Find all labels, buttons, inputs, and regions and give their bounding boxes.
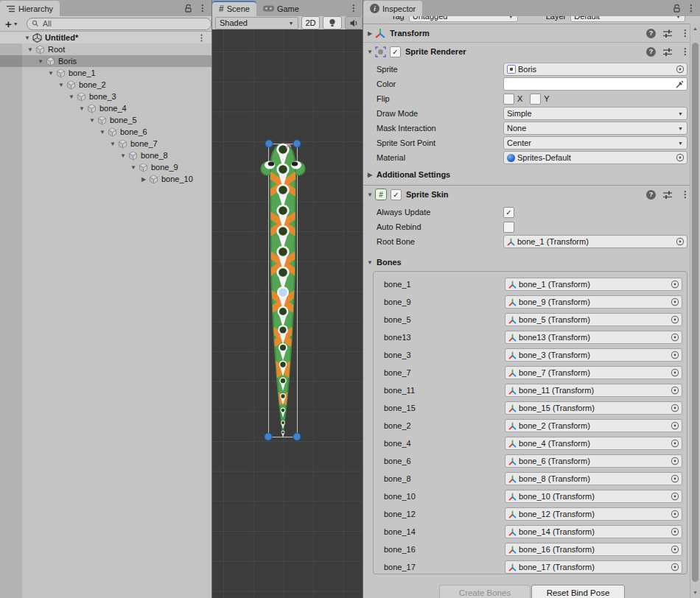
foldout-expanded-icon[interactable]: ▼	[35, 58, 46, 65]
presets-icon[interactable]	[662, 190, 673, 200]
hierarchy-item-bone_3[interactable]: ▼bone_3	[0, 91, 211, 102]
hierarchy-item-bone_1[interactable]: ▼bone_1	[0, 67, 211, 79]
boris-sprite[interactable]	[212, 29, 363, 598]
sprite-skin-header[interactable]: ▼ # ✓ Sprite Skin ? ⋮	[363, 185, 700, 203]
component-enabled-checkbox[interactable]: ✓	[390, 46, 401, 57]
inspector-scrollbar[interactable]: ▲ ▼	[690, 24, 700, 598]
sprite-object-field[interactable]: Boris	[503, 63, 687, 76]
hierarchy-item-bone_8[interactable]: ▼bone_8	[0, 150, 211, 161]
bone-object-field[interactable]: bone_8 (Transform)	[505, 472, 682, 485]
hierarchy-item-bone_2[interactable]: ▼bone_2	[0, 79, 211, 91]
foldout-collapsed-icon[interactable]: ▶	[365, 30, 375, 37]
mask-interaction-dropdown[interactable]: None ▼	[503, 122, 687, 135]
hierarchy-search-input[interactable]: All	[27, 18, 211, 30]
foldout-expanded-icon[interactable]: ▼	[118, 152, 128, 159]
draw-mode-dropdown[interactable]: Simple ▼	[503, 107, 687, 120]
object-picker-icon[interactable]	[671, 492, 679, 501]
tag-dropdown[interactable]: Untagged ▼	[409, 16, 518, 22]
hierarchy-item-root[interactable]: ▼Root	[0, 43, 211, 55]
lock-icon[interactable]	[673, 4, 681, 13]
foldout-collapsed-icon[interactable]: ▶	[139, 176, 149, 183]
object-picker-icon[interactable]	[671, 457, 679, 465]
eyedropper-icon[interactable]	[675, 80, 685, 89]
object-picker-icon[interactable]	[671, 280, 679, 289]
object-picker-icon[interactable]	[671, 421, 679, 430]
object-picker-icon[interactable]	[671, 386, 679, 395]
toggle-2d-button[interactable]: 2D	[301, 16, 321, 29]
object-picker-icon[interactable]	[671, 333, 679, 342]
bone-object-field[interactable]: bone_6 (Transform)	[505, 454, 682, 468]
scene-audio-button[interactable]	[345, 16, 363, 29]
flip-y-checkbox[interactable]	[530, 94, 541, 105]
object-picker-icon[interactable]	[676, 65, 685, 74]
bone-object-field[interactable]: bone_14 (Transform)	[505, 525, 682, 538]
bone-object-field[interactable]: bone_17 (Transform)	[505, 560, 682, 574]
auto-rebind-checkbox[interactable]	[503, 222, 514, 233]
component-enabled-checkbox[interactable]: ✓	[391, 189, 402, 200]
scrollbar-thumb[interactable]	[692, 43, 699, 582]
help-icon[interactable]: ?	[646, 47, 656, 57]
hierarchy-menu-icon[interactable]: ⋮	[197, 4, 209, 13]
foldout-expanded-icon[interactable]: ▼	[66, 94, 77, 100]
foldout-expanded-icon[interactable]: ▼	[87, 117, 97, 124]
foldout-expanded-icon[interactable]: ▼	[25, 46, 35, 53]
bone-object-field[interactable]: bone_7 (Transform)	[505, 366, 682, 379]
bone-object-field[interactable]: bone_15 (Transform)	[505, 401, 682, 415]
bone-object-field[interactable]: bone_5 (Transform)	[505, 313, 682, 326]
scroll-down-icon[interactable]: ▼	[690, 588, 700, 597]
hierarchy-item-scene[interactable]: ▼ Untitled* ⋮	[0, 32, 211, 43]
bone-object-field[interactable]: bone13 (Transform)	[505, 331, 682, 344]
root-bone-object-field[interactable]: bone_1 (Transform)	[503, 235, 687, 248]
object-picker-icon[interactable]	[671, 315, 679, 324]
scene-viewport[interactable]	[212, 29, 363, 598]
hierarchy-item-bone_9[interactable]: ▼bone_9	[0, 161, 211, 173]
scene-menu-icon[interactable]: ⋮	[196, 34, 207, 42]
object-picker-icon[interactable]	[671, 545, 679, 554]
object-picker-icon[interactable]	[671, 563, 679, 571]
foldout-expanded-icon[interactable]: ▼	[365, 191, 375, 198]
foldout-expanded-icon[interactable]: ▼	[46, 70, 56, 77]
bone-object-field[interactable]: bone_9 (Transform)	[505, 295, 682, 309]
bone-object-field[interactable]: bone_12 (Transform)	[505, 507, 682, 521]
scene-lighting-button[interactable]	[323, 16, 342, 29]
reset-bind-pose-button[interactable]: Reset Bind Pose	[531, 585, 625, 598]
foldout-expanded-icon[interactable]: ▼	[97, 129, 108, 136]
presets-icon[interactable]	[662, 29, 673, 38]
color-field[interactable]	[503, 77, 687, 91]
object-picker-icon[interactable]	[671, 351, 679, 359]
layer-dropdown[interactable]: Default ▼	[570, 16, 685, 22]
shading-mode-dropdown[interactable]: Shaded ▼	[215, 17, 298, 29]
tab-hierarchy[interactable]: Hierarchy	[0, 1, 60, 16]
tab-scene[interactable]: # Scene	[212, 1, 256, 16]
foldout-expanded-icon[interactable]: ▼	[108, 141, 118, 147]
hierarchy-item-boris[interactable]: ▼Boris	[0, 55, 211, 67]
bone-object-field[interactable]: bone_11 (Transform)	[505, 384, 682, 397]
help-icon[interactable]: ?	[646, 190, 656, 200]
object-picker-icon[interactable]	[671, 368, 679, 377]
scroll-up-icon[interactable]: ▲	[690, 24, 700, 32]
scene-menu-icon[interactable]: ⋮	[348, 4, 360, 13]
object-picker-icon[interactable]	[671, 510, 679, 518]
object-picker-icon[interactable]	[676, 237, 685, 246]
create-object-button[interactable]: + ▼	[5, 18, 18, 29]
hierarchy-item-bone_4[interactable]: ▼bone_4	[0, 102, 211, 114]
foldout-expanded-icon[interactable]: ▼	[365, 49, 375, 55]
bone-object-field[interactable]: bone_4 (Transform)	[505, 437, 682, 450]
bones-foldout[interactable]: ▼ Bones	[363, 256, 700, 268]
hierarchy-item-bone_7[interactable]: ▼bone_7	[0, 138, 211, 150]
object-picker-icon[interactable]	[676, 153, 685, 162]
presets-icon[interactable]	[662, 47, 673, 57]
inspector-menu-icon[interactable]: ⋮	[685, 4, 697, 13]
object-picker-icon[interactable]	[671, 474, 679, 483]
bone-object-field[interactable]: bone_2 (Transform)	[505, 419, 682, 432]
lock-icon[interactable]	[184, 4, 192, 13]
help-icon[interactable]: ?	[646, 29, 656, 38]
object-picker-icon[interactable]	[671, 404, 679, 412]
additional-settings-foldout[interactable]: ▶ Additional Settings	[363, 168, 700, 181]
hierarchy-item-bone_5[interactable]: ▼bone_5	[0, 114, 211, 126]
transform-component-header[interactable]: ▶ Transform ? ⋮	[363, 24, 700, 43]
sprite-renderer-header[interactable]: ▼ ✓ Sprite Renderer ? ⋮	[363, 43, 700, 60]
bone-object-field[interactable]: bone_3 (Transform)	[505, 348, 682, 362]
foldout-expanded-icon[interactable]: ▼	[77, 105, 87, 112]
foldout-expanded-icon[interactable]: ▼	[22, 35, 32, 41]
